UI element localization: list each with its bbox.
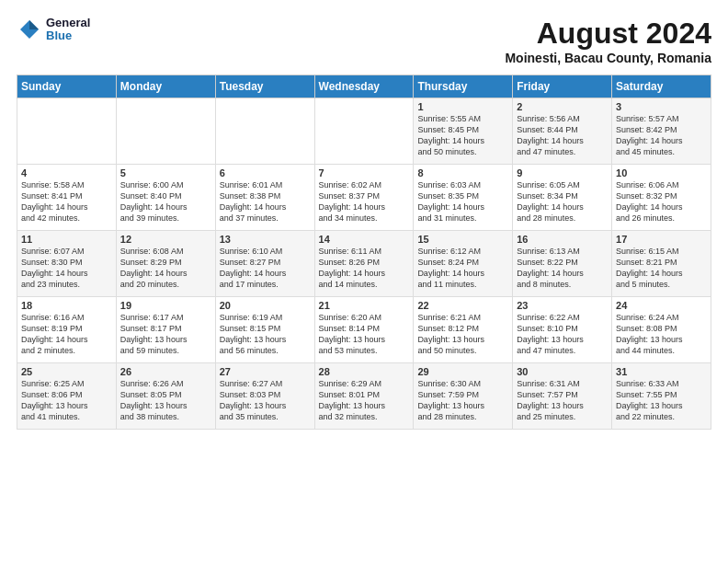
calendar-header-row: SundayMondayTuesdayWednesdayThursdayFrid… — [17, 75, 711, 98]
day-number: 7 — [319, 167, 410, 178]
day-number: 19 — [120, 300, 211, 311]
calendar-header-friday: Friday — [513, 75, 612, 98]
calendar-cell: 23Sunrise: 6:22 AMSunset: 8:10 PMDayligh… — [513, 297, 612, 363]
calendar-cell: 20Sunrise: 6:19 AMSunset: 8:15 PMDayligh… — [215, 297, 314, 363]
day-info: Sunrise: 6:01 AMSunset: 8:38 PMDaylight:… — [220, 179, 311, 224]
calendar-cell: 5Sunrise: 6:00 AMSunset: 8:40 PMDaylight… — [116, 165, 215, 231]
calendar-cell: 22Sunrise: 6:21 AMSunset: 8:12 PMDayligh… — [414, 297, 513, 363]
calendar-cell: 29Sunrise: 6:30 AMSunset: 7:59 PMDayligh… — [414, 363, 513, 430]
calendar-cell: 28Sunrise: 6:29 AMSunset: 8:01 PMDayligh… — [314, 363, 414, 430]
calendar-cell: 6Sunrise: 6:01 AMSunset: 8:38 PMDaylight… — [215, 165, 314, 231]
day-number: 3 — [616, 101, 707, 112]
calendar-cell: 13Sunrise: 6:10 AMSunset: 8:27 PMDayligh… — [215, 231, 314, 297]
calendar-row-1: 1Sunrise: 5:55 AMSunset: 8:45 PMDaylight… — [17, 98, 711, 165]
day-number: 9 — [517, 167, 608, 178]
day-number: 20 — [220, 300, 311, 311]
day-number: 31 — [616, 366, 707, 377]
calendar-cell: 4Sunrise: 5:58 AMSunset: 8:41 PMDaylight… — [17, 165, 117, 231]
day-number: 21 — [319, 300, 410, 311]
day-info: Sunrise: 6:02 AMSunset: 8:37 PMDaylight:… — [319, 179, 410, 224]
calendar-cell: 30Sunrise: 6:31 AMSunset: 7:57 PMDayligh… — [513, 363, 612, 430]
day-number: 25 — [21, 366, 112, 377]
calendar-cell — [215, 98, 314, 165]
day-number: 26 — [120, 366, 211, 377]
calendar-cell — [116, 98, 215, 165]
day-info: Sunrise: 5:55 AMSunset: 8:45 PMDaylight:… — [417, 113, 508, 158]
calendar-cell: 2Sunrise: 5:56 AMSunset: 8:44 PMDaylight… — [513, 98, 612, 165]
calendar-row-4: 18Sunrise: 6:16 AMSunset: 8:19 PMDayligh… — [17, 297, 711, 363]
day-info: Sunrise: 6:11 AMSunset: 8:26 PMDaylight:… — [319, 246, 410, 291]
day-info: Sunrise: 6:22 AMSunset: 8:10 PMDaylight:… — [517, 312, 608, 357]
calendar-cell — [314, 98, 414, 165]
day-info: Sunrise: 6:25 AMSunset: 8:06 PMDaylight:… — [21, 378, 112, 423]
day-info: Sunrise: 5:56 AMSunset: 8:44 PMDaylight:… — [517, 113, 608, 158]
day-info: Sunrise: 6:21 AMSunset: 8:12 PMDaylight:… — [417, 312, 508, 357]
calendar-cell: 11Sunrise: 6:07 AMSunset: 8:30 PMDayligh… — [17, 231, 117, 297]
calendar-cell: 21Sunrise: 6:20 AMSunset: 8:14 PMDayligh… — [314, 297, 414, 363]
day-number: 22 — [417, 300, 508, 311]
day-info: Sunrise: 6:13 AMSunset: 8:22 PMDaylight:… — [517, 246, 608, 291]
main-title: August 2024 — [505, 17, 711, 51]
day-number: 15 — [417, 234, 508, 245]
calendar-cell: 1Sunrise: 5:55 AMSunset: 8:45 PMDaylight… — [414, 98, 513, 165]
day-info: Sunrise: 6:20 AMSunset: 8:14 PMDaylight:… — [319, 312, 410, 357]
logo-text: General Blue — [46, 17, 90, 43]
day-info: Sunrise: 6:08 AMSunset: 8:29 PMDaylight:… — [120, 246, 211, 291]
day-info: Sunrise: 6:03 AMSunset: 8:35 PMDaylight:… — [417, 179, 508, 224]
calendar-header-sunday: Sunday — [17, 75, 117, 98]
calendar-row-3: 11Sunrise: 6:07 AMSunset: 8:30 PMDayligh… — [17, 231, 711, 297]
calendar-header-tuesday: Tuesday — [215, 75, 314, 98]
calendar-cell: 19Sunrise: 6:17 AMSunset: 8:17 PMDayligh… — [116, 297, 215, 363]
calendar-cell — [17, 98, 117, 165]
calendar-cell: 3Sunrise: 5:57 AMSunset: 8:42 PMDaylight… — [612, 98, 711, 165]
day-info: Sunrise: 5:58 AMSunset: 8:41 PMDaylight:… — [21, 179, 112, 224]
calendar-row-2: 4Sunrise: 5:58 AMSunset: 8:41 PMDaylight… — [17, 165, 711, 231]
day-number: 13 — [220, 234, 311, 245]
day-number: 5 — [120, 167, 211, 178]
title-section: August 2024 Moinesti, Bacau County, Roma… — [505, 17, 711, 65]
day-info: Sunrise: 6:24 AMSunset: 8:08 PMDaylight:… — [616, 312, 707, 357]
calendar-cell: 26Sunrise: 6:26 AMSunset: 8:05 PMDayligh… — [116, 363, 215, 430]
day-number: 1 — [417, 101, 508, 112]
day-info: Sunrise: 6:05 AMSunset: 8:34 PMDaylight:… — [517, 179, 608, 224]
day-info: Sunrise: 6:00 AMSunset: 8:40 PMDaylight:… — [120, 179, 211, 224]
calendar-header-saturday: Saturday — [612, 75, 711, 98]
day-info: Sunrise: 6:26 AMSunset: 8:05 PMDaylight:… — [120, 378, 211, 423]
day-info: Sunrise: 6:29 AMSunset: 8:01 PMDaylight:… — [319, 378, 410, 423]
calendar-cell: 16Sunrise: 6:13 AMSunset: 8:22 PMDayligh… — [513, 231, 612, 297]
day-number: 29 — [417, 366, 508, 377]
day-info: Sunrise: 6:12 AMSunset: 8:24 PMDaylight:… — [417, 246, 508, 291]
calendar-row-5: 25Sunrise: 6:25 AMSunset: 8:06 PMDayligh… — [17, 363, 711, 430]
day-number: 10 — [616, 167, 707, 178]
calendar-cell: 12Sunrise: 6:08 AMSunset: 8:29 PMDayligh… — [116, 231, 215, 297]
day-info: Sunrise: 6:30 AMSunset: 7:59 PMDaylight:… — [417, 378, 508, 423]
day-number: 6 — [220, 167, 311, 178]
day-info: Sunrise: 6:17 AMSunset: 8:17 PMDaylight:… — [120, 312, 211, 357]
day-info: Sunrise: 6:16 AMSunset: 8:19 PMDaylight:… — [21, 312, 112, 357]
day-number: 27 — [220, 366, 311, 377]
calendar-cell: 31Sunrise: 6:33 AMSunset: 7:55 PMDayligh… — [612, 363, 711, 430]
day-number: 4 — [21, 167, 112, 178]
calendar-cell: 18Sunrise: 6:16 AMSunset: 8:19 PMDayligh… — [17, 297, 117, 363]
day-info: Sunrise: 6:19 AMSunset: 8:15 PMDaylight:… — [220, 312, 311, 357]
day-info: Sunrise: 6:07 AMSunset: 8:30 PMDaylight:… — [21, 246, 112, 291]
page: General Blue August 2024 Moinesti, Bacau… — [0, 0, 728, 563]
day-info: Sunrise: 5:57 AMSunset: 8:42 PMDaylight:… — [616, 113, 707, 158]
calendar-cell: 25Sunrise: 6:25 AMSunset: 8:06 PMDayligh… — [17, 363, 117, 430]
day-number: 24 — [616, 300, 707, 311]
calendar-cell: 24Sunrise: 6:24 AMSunset: 8:08 PMDayligh… — [612, 297, 711, 363]
calendar-header-wednesday: Wednesday — [314, 75, 414, 98]
day-number: 30 — [517, 366, 608, 377]
day-number: 8 — [417, 167, 508, 178]
day-info: Sunrise: 6:06 AMSunset: 8:32 PMDaylight:… — [616, 179, 707, 224]
svg-marker-1 — [29, 20, 39, 29]
day-number: 17 — [616, 234, 707, 245]
calendar-cell: 8Sunrise: 6:03 AMSunset: 8:35 PMDaylight… — [414, 165, 513, 231]
day-number: 2 — [517, 101, 608, 112]
day-info: Sunrise: 6:15 AMSunset: 8:21 PMDaylight:… — [616, 246, 707, 291]
day-number: 28 — [319, 366, 410, 377]
subtitle: Moinesti, Bacau County, Romania — [505, 51, 711, 65]
day-info: Sunrise: 6:31 AMSunset: 7:57 PMDaylight:… — [517, 378, 608, 423]
calendar-cell: 27Sunrise: 6:27 AMSunset: 8:03 PMDayligh… — [215, 363, 314, 430]
day-number: 12 — [120, 234, 211, 245]
